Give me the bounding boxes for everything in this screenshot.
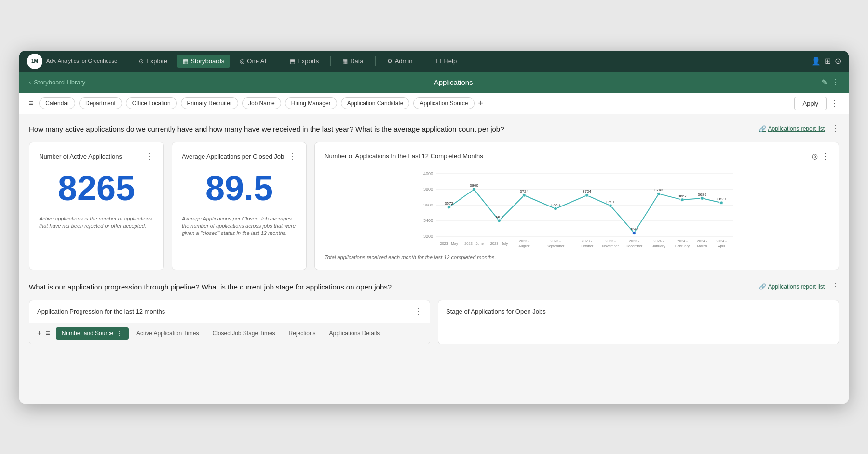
kpi-active-applications: Number of Active Applications ⋮ 8265 Act… bbox=[29, 142, 164, 270]
svg-text:2023 -: 2023 - bbox=[519, 239, 529, 243]
section1-more-icon[interactable]: ⋮ bbox=[831, 124, 839, 133]
nav-data[interactable]: ▦ Data bbox=[337, 55, 369, 68]
link-icon: 🔗 bbox=[759, 125, 766, 132]
logo-icon: 1M bbox=[27, 54, 42, 69]
tab-add-icon[interactable]: + bbox=[37, 329, 41, 338]
svg-text:3245: 3245 bbox=[630, 227, 638, 231]
svg-text:September: September bbox=[547, 244, 565, 248]
nav-one-ai-label: One AI bbox=[247, 57, 266, 65]
kpi-cards-row: Number of Active Applications ⋮ 8265 Act… bbox=[29, 142, 839, 270]
filter-icon[interactable]: ≡ bbox=[29, 99, 33, 108]
account-icon[interactable]: ⊙ bbox=[835, 56, 841, 66]
filter-chip-office[interactable]: Office Location bbox=[126, 97, 177, 109]
nav-admin[interactable]: ⚙ Admin bbox=[381, 55, 419, 68]
section2-more-icon[interactable]: ⋮ bbox=[831, 282, 839, 291]
svg-text:3401: 3401 bbox=[495, 215, 503, 219]
bottom-card1-header: Application Progression for the last 12 … bbox=[29, 300, 430, 323]
svg-point-13 bbox=[523, 193, 526, 197]
tab-number-source[interactable]: Number and Source ⋮ bbox=[56, 327, 129, 340]
svg-text:February: February bbox=[675, 244, 690, 248]
filter-chip-job-name[interactable]: Job Name bbox=[242, 97, 281, 109]
user-icon[interactable]: 👤 bbox=[811, 56, 821, 66]
admin-icon: ⚙ bbox=[387, 58, 393, 65]
logo-area: 1M Adv. Analytics for Greenhouse bbox=[27, 54, 117, 69]
nav-storyboards-label: Storyboards bbox=[190, 57, 224, 65]
nav-one-ai[interactable]: ◎ One AI bbox=[234, 55, 272, 68]
tab-closed-stage-times[interactable]: Closed Job Stage Times bbox=[206, 328, 281, 339]
svg-text:April: April bbox=[718, 244, 725, 248]
svg-point-15 bbox=[585, 193, 589, 197]
tab-active-times[interactable]: Active Application Times bbox=[131, 328, 204, 339]
chart1-svg-container: 4000 3800 3600 3400 3200 bbox=[325, 166, 829, 250]
nav-help[interactable]: ☐ Help bbox=[430, 55, 462, 68]
svg-text:3800: 3800 bbox=[470, 183, 478, 188]
filter-chip-hiring-manager[interactable]: Hiring Manager bbox=[285, 97, 337, 109]
kpi1-value: 8265 bbox=[39, 171, 154, 206]
bottom-card2-header: Stage of Applications for Open Jobs ⋮ bbox=[438, 300, 839, 323]
kpi1-menu-icon[interactable]: ⋮ bbox=[146, 152, 154, 161]
kpi2-title: Average Applications per Closed Job bbox=[182, 153, 284, 160]
nav-divider3 bbox=[330, 56, 331, 66]
svg-point-18 bbox=[657, 192, 661, 195]
bottom-card2-menu-icon[interactable]: ⋮ bbox=[823, 307, 831, 316]
chart1-actions: ◎ ⋮ bbox=[812, 152, 829, 161]
nav-right-icons: 👤 ⊞ ⊙ bbox=[811, 56, 841, 66]
nav-exports-label: Exports bbox=[298, 57, 319, 65]
svg-text:3572: 3572 bbox=[445, 201, 453, 206]
chart1-location-icon[interactable]: ◎ bbox=[812, 152, 818, 161]
apply-button[interactable]: Apply bbox=[794, 97, 827, 110]
explore-icon: ⊙ bbox=[139, 58, 144, 65]
section1-report-link[interactable]: 🔗 Applications report list bbox=[759, 125, 825, 132]
svg-text:2023 - June: 2023 - June bbox=[464, 241, 484, 246]
nav-explore-label: Explore bbox=[146, 57, 167, 65]
tab-rejections[interactable]: Rejections bbox=[283, 328, 322, 339]
nav-divider5 bbox=[424, 56, 424, 66]
filter-more-icon[interactable]: ⋮ bbox=[830, 98, 839, 109]
kpi2-menu-icon[interactable]: ⋮ bbox=[289, 152, 297, 161]
edit-icon[interactable]: ✎ bbox=[821, 78, 827, 87]
chart1-menu-icon[interactable]: ⋮ bbox=[822, 152, 829, 161]
svg-text:3600: 3600 bbox=[423, 203, 433, 207]
more-options-icon[interactable]: ⋮ bbox=[831, 78, 839, 87]
filter-chip-source[interactable]: Application Source bbox=[413, 97, 474, 109]
tab-active-more-icon[interactable]: ⋮ bbox=[116, 330, 123, 337]
filter-chip-department[interactable]: Department bbox=[79, 97, 122, 109]
svg-point-10 bbox=[448, 206, 451, 209]
tab-menu-icon[interactable]: ≡ bbox=[45, 329, 50, 338]
bottom-card-open-jobs: Stage of Applications for Open Jobs ⋮ bbox=[438, 300, 839, 344]
nav-explore[interactable]: ⊙ Explore bbox=[133, 55, 173, 68]
breadcrumb-label: Storyboard Library bbox=[34, 79, 85, 86]
add-filter-icon[interactable]: + bbox=[478, 98, 484, 109]
grid-icon[interactable]: ⊞ bbox=[825, 56, 831, 66]
filter-chip-candidate[interactable]: Application Candidate bbox=[341, 97, 410, 109]
section1-report-link-text: Applications report list bbox=[768, 125, 825, 132]
svg-text:3200: 3200 bbox=[423, 234, 433, 239]
svg-text:October: October bbox=[581, 244, 594, 248]
section2-question: What is our application progression thro… bbox=[29, 282, 751, 292]
kpi1-description: Active applications is the number of app… bbox=[39, 215, 154, 230]
nav-data-label: Data bbox=[350, 57, 363, 65]
svg-text:3724: 3724 bbox=[583, 189, 591, 193]
tab-applications-details[interactable]: Applications Details bbox=[324, 328, 386, 339]
bottom-card1-menu-icon[interactable]: ⋮ bbox=[414, 307, 422, 316]
nav-exports[interactable]: ⬒ Exports bbox=[284, 55, 325, 68]
kpi2-header: Average Applications per Closed Job ⋮ bbox=[182, 152, 297, 161]
section2-report-link[interactable]: 🔗 Applications report list bbox=[759, 283, 825, 290]
svg-text:3400: 3400 bbox=[423, 218, 433, 223]
chart1-description: Total applications received each month f… bbox=[325, 254, 829, 260]
svg-text:November: November bbox=[602, 244, 619, 248]
svg-point-12 bbox=[498, 219, 501, 222]
svg-text:August: August bbox=[518, 244, 530, 248]
filter-chip-recruiter[interactable]: Primary Recruiter bbox=[181, 97, 238, 109]
svg-text:3686: 3686 bbox=[698, 193, 706, 197]
svg-text:March: March bbox=[697, 244, 707, 248]
top-nav: 1M Adv. Analytics for Greenhouse ⊙ Explo… bbox=[19, 51, 849, 72]
storyboards-icon: ▦ bbox=[183, 58, 188, 65]
svg-point-16 bbox=[609, 204, 612, 207]
tab-number-source-label: Number and Source bbox=[62, 330, 113, 337]
chart1-svg: 4000 3800 3600 3400 3200 bbox=[325, 166, 829, 248]
breadcrumb[interactable]: ‹ Storyboard Library bbox=[29, 79, 85, 86]
svg-point-17 bbox=[633, 231, 636, 234]
nav-storyboards[interactable]: ▦ Storyboards bbox=[177, 55, 230, 68]
filter-chip-calendar[interactable]: Calendar bbox=[39, 97, 75, 109]
